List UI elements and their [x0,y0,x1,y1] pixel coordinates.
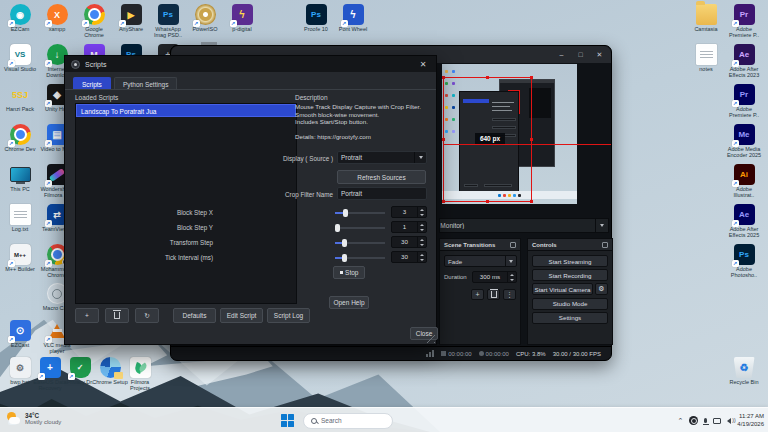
display-source-select[interactable]: Protrait [337,151,427,164]
desktop-icon-this-pc[interactable]: This PC [2,164,38,192]
remove-script-button[interactable] [105,308,129,323]
slider-track[interactable] [335,257,385,259]
dialog-close-button[interactable]: ✕ [416,60,430,69]
shortcut-arrow-icon: ↗ [68,373,75,380]
scene-transitions-title: Scene Transitions [444,242,495,248]
slider-track[interactable] [335,212,385,214]
obs-preview-canvas[interactable] [442,64,577,204]
stop-button[interactable]: Stop [333,266,365,279]
value-stepper[interactable]: 30 [391,236,427,248]
desktop-icon-anyshare[interactable]: ▶↗AnyShare [113,4,149,32]
chrome-icon: ↗ [10,124,31,145]
slider-track[interactable] [335,227,385,229]
desktop-icon-p-digital[interactable]: ϟ↗p-digital [224,4,260,32]
desktop-icon-m-builder[interactable]: M++↗M++ Builder [2,244,38,272]
desktop-icon-filmora-projects[interactable]: Filmora Projects [122,357,158,392]
desktop-icon-log-txt[interactable]: Log.txt [2,204,38,232]
gear-icon[interactable]: ⚙ [595,283,608,295]
add-transition-button[interactable]: + [471,289,484,300]
defaults-button[interactable]: Defaults [173,308,216,323]
tray-clock[interactable]: 11:27 AM 4/19/2026 [737,413,764,429]
slider-handle[interactable] [343,209,348,217]
desktop-icon-proofe-10[interactable]: PsProofe 10 [298,4,334,32]
value-stepper[interactable]: 1 [391,221,427,233]
slider-track[interactable] [335,242,385,244]
transition-properties-button[interactable]: ⋮ [503,289,516,300]
start-button[interactable] [278,411,297,430]
display-source-dropdown[interactable]: (Primary Monitor) [439,218,609,233]
pin-icon[interactable] [510,242,516,248]
obs-minimize-button[interactable]: – [552,46,571,63]
tab-scripts[interactable]: Scripts [73,77,111,89]
tab-python-settings[interactable]: Python Settings [114,77,178,89]
chrome-icon: ↗ [84,4,105,25]
pin-icon[interactable] [602,242,608,248]
dialog-titlebar[interactable]: Scripts ✕ [65,56,436,72]
desktop-icon-adobe-premiere-p-[interactable]: Pr↗Adobe Premiere P.. [726,4,762,39]
tray-mic-icon[interactable] [704,418,707,423]
script-list-item[interactable]: Landscap To Poratrait Jua [76,104,296,117]
desktop-icon-poweriso[interactable]: ↗PowerISO [187,4,223,32]
add-script-button[interactable]: + [75,308,99,323]
obs-maximize-button[interactable]: □ [571,46,590,63]
slider-label: Tick Interval (ms) [165,254,213,261]
slider-handle[interactable] [342,254,347,262]
windows-logo-icon [280,413,295,428]
anyshare-icon: ▶↗ [121,4,142,25]
desktop-icon-notes[interactable]: notes [688,44,724,72]
desktop-icon-camtasia[interactable]: Camtasia [688,4,724,32]
desktop-icon-hanzi-pack[interactable]: 5SJHanzi Pack [2,84,38,112]
crop-filter-label: Crop Filter Name [243,191,333,198]
desktop-icon-recycle-bin[interactable]: ♻Recycle Bin [726,357,762,385]
weather-desc: Mostly cloudy [25,419,61,425]
obs-close-button[interactable]: ✕ [590,46,609,63]
desktop-icon-google-chrome[interactable]: ↗Google Chrome [76,4,112,39]
stream-icon [479,351,484,356]
desktop-icon-adobe-premiere-p-[interactable]: Pr↗Adobe Premiere P.. [726,84,762,119]
desktop-icon-ezcast[interactable]: ⊙↗EZCast [2,320,38,348]
reload-script-button[interactable]: ↻ [135,308,159,323]
loaded-scripts-list[interactable]: Landscap To Poratrait Jua [75,103,297,304]
transition-select[interactable]: Fade [444,255,517,267]
desktop-icon-visual-studio[interactable]: VS↗Visual Studio [2,44,38,72]
weather-widget[interactable]: 34°C Mostly cloudy [6,411,61,426]
value-stepper[interactable]: 30 [391,251,427,263]
slider-handle[interactable] [335,224,340,232]
desktop-icon-whatsapp-imag-psd-[interactable]: PsWhatsApp Imag PSD.. [150,4,186,39]
tray-chevron-up-icon[interactable]: ⌃ [677,417,683,425]
desktop-icon-adobe-media-encoder-2025[interactable]: Me↗Adobe Media Encoder 2025 [726,124,762,159]
tray-obs-icon[interactable] [689,416,698,425]
script-log-button[interactable]: Script Log [267,308,310,323]
slider-handle[interactable] [342,239,347,247]
desktop-icon-xampp[interactable]: X↗xampp [39,4,75,32]
refresh-sources-button[interactable]: Refresh Sources [337,170,426,184]
value-stepper[interactable]: 3 [391,206,427,218]
icon-label: AnyShare [112,26,150,32]
remove-transition-button[interactable] [487,289,500,300]
controls-dock: Controls Start StreamingStart RecordingS… [527,238,613,345]
desktop-icon-adobe-after-effects-2025[interactable]: Ae↗Adobe After Effects 2025 [726,204,762,239]
resize-grip[interactable] [427,335,435,343]
desktop-icon-adobe-photosho-[interactable]: Ps↗Adobe Photosho.. [726,244,762,279]
settings-button[interactable]: Settings [532,312,608,324]
mpp-icon: M++↗ [10,244,31,265]
search-input[interactable]: Search [303,413,393,429]
desktop-icon-pont-wheel[interactable]: ϟ↗Pont Wheel [335,4,371,32]
open-help-button[interactable]: Open Help [329,296,369,309]
start-recording-button[interactable]: Start Recording [532,269,608,281]
start-streaming-button[interactable]: Start Streaming [532,255,608,267]
crop-filter-input[interactable]: Portrait [337,187,427,200]
desktop-icon-adobe-after-effects-2023[interactable]: Ae↗Adobe After Effects 2023 [726,44,762,79]
desktop-icon-chrome-dev[interactable]: ↗Chrome Dev [2,124,38,152]
congestion-icon [426,350,434,357]
tray-display-icon[interactable] [713,418,721,424]
desktop-icon-adobe-illustrat-[interactable]: Ai↗Adobe Illustrat.. [726,164,762,199]
studio-mode-button[interactable]: Studio Mode [532,298,608,310]
duration-stepper[interactable]: 300 ms [472,271,517,283]
start-virtual-camera-button[interactable]: Start Virtual Camera [532,283,593,295]
edit-script-button[interactable]: Edit Script [220,308,263,323]
icon-label: Adobe After Effects 2023 [725,66,763,79]
tray-volume-icon[interactable] [727,418,731,424]
desktop-icon-ezcam[interactable]: ◉↗EZCam [2,4,38,32]
men-icon: Me↗ [734,124,755,145]
